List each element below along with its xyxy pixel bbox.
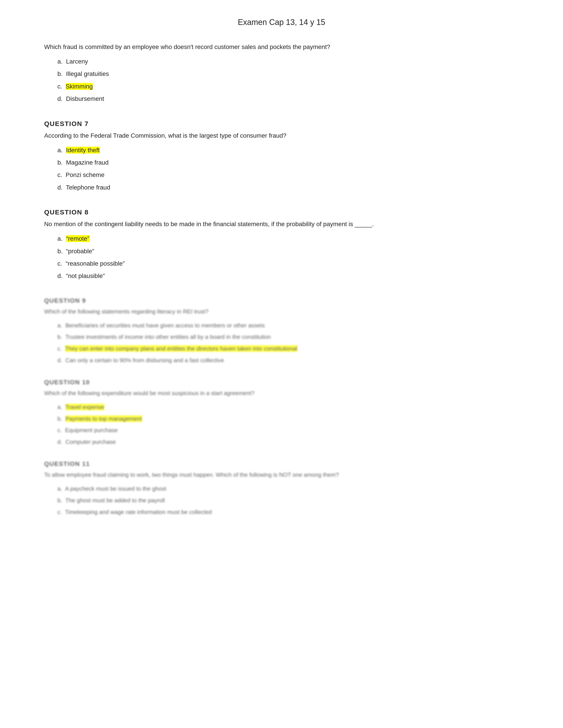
question9-block: QUESTION 9 Which of the following statem… [44,297,519,366]
question8-block: QUESTION 8 No mention of the contingent … [44,208,519,282]
highlighted-answer: Travel expense [65,404,104,410]
question10-heading: QUESTION 10 [44,379,519,386]
list-item: b. Illegal gratuities [57,68,519,79]
question7-options: a. Identity theft b. Magazine fraud c. P… [57,145,519,193]
page-title: Examen Cap 13, 14 y 15 [44,18,519,27]
question11-heading: QUESTION 11 [44,460,519,467]
list-item: d. Can only a certain to 90% from disbur… [57,355,519,366]
list-item: c. Ponzi scheme [57,169,519,180]
list-item: c. Timekeeping and wage rate information… [57,507,519,517]
intro-question-text: Which fraud is committed by an employee … [44,42,519,52]
list-item: b. “probable” [57,246,519,257]
highlighted-answer: Skimming [66,83,93,90]
question8-text: No mention of the contingent liability n… [44,220,519,229]
list-item: c. Equipment purchase [57,425,519,435]
list-item: c. They can enter into company plans and… [57,343,519,354]
question11-block: QUESTION 11 To allow employee fraud clai… [44,460,519,517]
question7-heading: QUESTION 7 [44,120,519,128]
list-item: a. A paycheck must be issued to the ghos… [57,484,519,494]
question10-options: a. Travel expense b. Payments to top man… [57,402,519,447]
list-item: a. Travel expense [57,402,519,412]
question9-text: Which of the following statements regard… [44,307,519,316]
question11-options: a. A paycheck must be issued to the ghos… [57,484,519,517]
list-item: b. Payments to top management [57,414,519,424]
list-item: b. Magazine fraud [57,157,519,168]
list-item: c. Skimming [57,81,519,92]
list-item: a. “remote” [57,233,519,244]
question8-options: a. “remote” b. “probable” c. “reasonable… [57,233,519,282]
list-item: d. Telephone fraud [57,182,519,193]
question8-heading: QUESTION 8 [44,208,519,216]
highlighted-answer: Identity theft [66,147,100,154]
list-item: d. Computer purchase [57,437,519,447]
question10-text: Which of the following expenditure would… [44,389,519,398]
list-item: b. The ghost must be added to the payrol… [57,495,519,506]
question11-text: To allow employee fraud claiming to work… [44,471,519,479]
question7-text: According to the Federal Trade Commissio… [44,131,519,140]
question10-block: QUESTION 10 Which of the following expen… [44,379,519,447]
highlighted-answer: They can enter into company plans and en… [65,345,297,352]
list-item: d. Disbursement [57,93,519,104]
question7-block: QUESTION 7 According to the Federal Trad… [44,120,519,193]
list-item: a. Larceny [57,56,519,67]
intro-options-list: a. Larceny b. Illegal gratuities c. Skim… [57,56,519,105]
list-item: b. Trustee investments of income into ot… [57,332,519,342]
list-item: c. “reasonable possible” [57,258,519,269]
question9-heading: QUESTION 9 [44,297,519,304]
highlighted-answer: Payments to top management [65,415,142,422]
question9-options: a. Beneficiaries of securities must have… [57,320,519,366]
list-item: d. “not plausible” [57,270,519,281]
list-item: a. Beneficiaries of securities must have… [57,320,519,331]
intro-question-block: Which fraud is committed by an employee … [44,42,519,105]
list-item: a. Identity theft [57,145,519,156]
highlighted-answer: “remote” [66,235,89,242]
